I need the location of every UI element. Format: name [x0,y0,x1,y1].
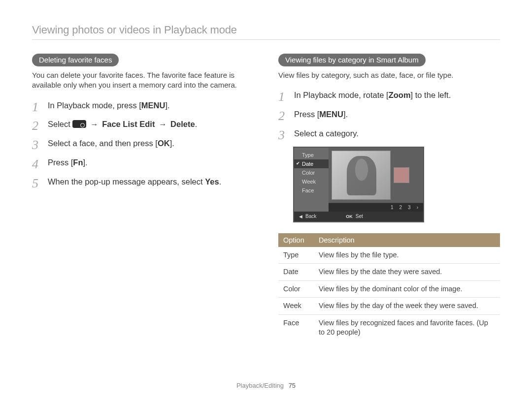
cell-option: Week [278,298,314,315]
step-text: When the pop-up message appears, select [48,177,205,186]
step-text: Press [ [294,110,319,119]
thumbnail-large [332,151,391,200]
step-1: In Playback mode, press [MENU]. [32,99,254,112]
step-text: . [195,120,198,128]
yes-label: Yes [205,177,219,186]
lcd-back-label: Back [305,214,316,219]
ok-button-label: OK [158,139,170,148]
intro-text: You can delete your favorite faces. The … [32,70,254,91]
lcd-menu-item: Type [294,151,329,159]
lcd-main: 1 2 3 › [329,148,423,212]
step-text: ]. [343,110,348,119]
lcd-menu-item-selected: Date [294,159,329,168]
footer-section: Playback/Editing [236,382,284,389]
step-text: Select [48,120,72,128]
step-text: Select a category. [294,129,359,138]
thumbnail-small [394,167,409,183]
cell-option: Type [278,247,314,264]
step-2: Select → Face List Edit → Delete. [32,118,254,130]
triangle-left-icon: ◀ [299,214,302,219]
footer-page-number: 75 [289,382,296,389]
step-text: Press [ [48,158,73,167]
col-header-option: Option [278,233,314,247]
step-text: . [219,177,222,186]
zoom-button-label: Zoom [389,91,411,99]
cell-desc: View files by the day of the week they w… [314,298,500,315]
cell-desc: View files by recognized faces and favor… [314,314,500,341]
step-2: Press [MENU]. [278,108,500,121]
menu-button-label: MENU [141,101,166,110]
chevron-right-icon: › [417,205,418,210]
step-4: Press [Fn]. [32,156,254,169]
lcd-menu-item: Week [294,177,329,186]
menu-path-item: Delete [170,120,195,128]
menu-path-item: Face List Edit [102,120,155,128]
step-text: ]. [170,139,174,148]
lcd-back-hint: ◀ Back [299,214,316,219]
step-text: In Playback mode, rotate [ [294,91,389,99]
fn-button-label: Fn [73,158,83,167]
pager-num: 2 [399,205,402,210]
table-row: Date View files by the date they were sa… [278,264,500,281]
lcd-category-menu: Type Date Color Week Face [294,148,329,212]
table-row: Color View files by the dominant color o… [278,280,500,298]
step-5: When the pop-up message appears, select … [32,176,254,188]
steps-list-left: In Playback mode, press [MENU]. Select →… [32,99,254,188]
table-row: Week View files by the day of the week t… [278,298,500,315]
steps-list-right: In Playback mode, rotate [Zoom] to the l… [278,89,500,139]
horizontal-rule [32,39,500,40]
step-3: Select a face, and then press [OK]. [32,137,254,150]
left-column: Deleting favorite faces You can delete y… [32,54,254,341]
pager-num: 3 [408,205,411,210]
lcd-pager: 1 2 3 › [329,203,423,212]
lcd-menu-item: Color [294,168,329,177]
col-header-description: Description [314,233,500,247]
lcd-body: Type Date Color Week Face [294,148,423,212]
arrow-icon: → [157,120,168,128]
cell-desc: View files by the file type. [314,247,500,264]
step-text: Select a face, and then press [ [48,139,158,148]
category-options-table: Option Description Type View files by th… [278,233,500,341]
manual-page: Viewing photos or videos in Playback mod… [0,0,532,401]
lcd-footer: ◀ Back OK Set [294,212,423,221]
intro-text: View files by category, such as date, fa… [278,70,500,80]
page-title: Viewing photos or videos in Playback mod… [32,24,500,36]
lcd-set-label: Set [356,214,363,219]
right-column: Viewing files by category in Smart Album… [278,54,500,341]
table-header-row: Option Description [278,233,500,247]
lcd-frame: Type Date Color Week Face [293,147,424,222]
lcd-menu-item: Face [294,186,329,195]
lcd-screenshot: Type Date Color Week Face [293,147,424,222]
lcd-thumbnails [329,148,423,203]
camera-settings-icon [72,120,86,128]
two-column-layout: Deleting favorite faces You can delete y… [32,54,500,341]
pager-num: 1 [391,205,394,210]
lcd-set-hint: OK Set [346,214,363,219]
cell-desc: View files by the dominant color of the … [314,280,500,298]
section-pill-delete-faces: Deleting favorite faces [32,54,119,66]
cell-option: Date [278,264,314,281]
step-3: Select a category. [278,127,500,140]
ok-icon: OK [346,214,353,219]
step-text: ] to the left. [411,91,451,99]
section-pill-smart-album: Viewing files by category in Smart Album [278,54,426,66]
arrow-icon: → [89,120,100,128]
cell-option: Color [278,280,314,298]
cell-desc: View files by the date they were saved. [314,264,500,281]
table-row: Face View files by recognized faces and … [278,314,500,341]
step-text: ]. [165,101,169,110]
page-footer: Playback/Editing 75 [0,382,532,389]
table-row: Type View files by the file type. [278,247,500,264]
menu-button-label: MENU [319,110,343,119]
step-1: In Playback mode, rotate [Zoom] to the l… [278,89,500,101]
step-text: In Playback mode, press [ [48,101,141,110]
cell-option: Face [278,314,314,341]
step-text: ]. [83,158,88,167]
